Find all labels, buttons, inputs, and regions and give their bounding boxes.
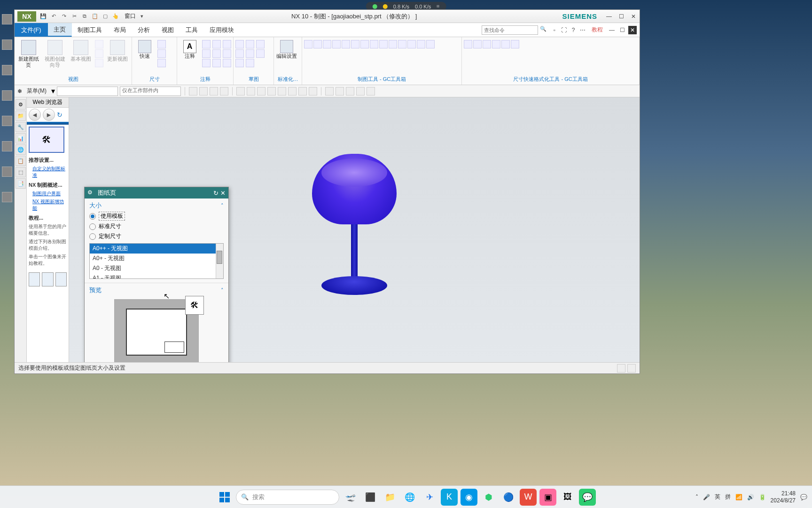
tb-icon[interactable] xyxy=(346,87,354,95)
template-item[interactable]: A0 - 无视图 xyxy=(90,263,223,273)
tab-tools[interactable]: 工具 xyxy=(180,23,204,37)
refresh-icon[interactable]: ↻ xyxy=(57,111,62,119)
small-btn[interactable] xyxy=(370,40,378,48)
filter-combo-1[interactable] xyxy=(57,87,118,96)
taskbar-app[interactable]: K xyxy=(441,489,458,506)
desktop-icon[interactable] xyxy=(1,40,13,58)
touch-icon[interactable]: 👆 xyxy=(111,12,120,21)
tb-icon[interactable] xyxy=(257,87,265,95)
resource-btn[interactable]: ⬚ xyxy=(16,167,26,177)
battery-icon[interactable]: 🔋 xyxy=(759,494,766,500)
desktop-icon[interactable] xyxy=(1,14,13,33)
props-icon[interactable]: ▢ xyxy=(101,12,109,21)
resource-btn[interactable]: 🔧 xyxy=(16,122,26,132)
new-sheet-button[interactable]: 新建图纸页 xyxy=(16,40,41,68)
ime-mode[interactable]: 拼 xyxy=(725,493,731,501)
tab-home[interactable]: 主页 xyxy=(48,23,72,37)
small-btn[interactable] xyxy=(464,40,472,48)
file-tab[interactable]: 文件(F) xyxy=(15,23,48,37)
small-btn[interactable] xyxy=(473,40,482,48)
small-btn[interactable] xyxy=(223,40,231,48)
tab-app-modules[interactable]: 应用模块 xyxy=(204,23,240,37)
small-btn[interactable] xyxy=(360,40,369,48)
tutorial-link[interactable]: 教程 xyxy=(592,26,603,34)
tb-icon[interactable] xyxy=(309,87,317,95)
taskbar-app[interactable]: W xyxy=(520,489,537,506)
resource-btn[interactable]: 📋 xyxy=(16,156,26,166)
small-btn[interactable] xyxy=(511,40,519,48)
close-icon[interactable]: ✕ xyxy=(220,190,226,197)
minimize-button[interactable]: — xyxy=(603,11,615,22)
template-item[interactable]: A1 - 无视图 xyxy=(90,273,223,279)
small-btn[interactable] xyxy=(235,49,244,58)
tutorial-thumb[interactable] xyxy=(29,272,40,286)
cut-icon[interactable]: ✂ xyxy=(70,12,78,21)
small-btn[interactable] xyxy=(223,49,231,58)
dropdown-icon[interactable]: ▾ xyxy=(138,12,146,21)
reset-icon[interactable]: ↻ xyxy=(213,190,219,197)
fullscreen-icon[interactable]: ⛶ xyxy=(560,26,568,34)
small-btn[interactable] xyxy=(157,49,166,58)
ribbon-opt-icon[interactable]: ▫ xyxy=(550,26,559,34)
small-btn[interactable] xyxy=(407,40,416,48)
tb-icon[interactable] xyxy=(247,87,255,95)
tb-icon[interactable] xyxy=(356,87,365,95)
tb-icon[interactable] xyxy=(325,87,334,95)
web-link[interactable]: 制图用户界面 xyxy=(32,190,67,197)
scrollbar[interactable] xyxy=(216,244,223,278)
rapid-dim-button[interactable]: 快速 xyxy=(134,40,156,59)
small-btn[interactable] xyxy=(202,40,211,48)
scrollbar-thumb[interactable] xyxy=(217,251,222,264)
desktop-icon[interactable] xyxy=(1,90,13,109)
radio-use-template[interactable]: 使用模板 xyxy=(89,212,224,221)
radio-custom-size[interactable]: 定制尺寸 xyxy=(89,232,224,240)
tab-view[interactable]: 视图 xyxy=(156,23,180,37)
taskbar-app[interactable]: ✈ xyxy=(421,489,438,506)
desktop-icon[interactable] xyxy=(1,116,13,135)
section-size-header[interactable]: 大小˄ xyxy=(89,201,224,210)
desktop-icon[interactable] xyxy=(1,65,13,84)
tutorial-thumb[interactable] xyxy=(42,272,53,286)
web-link[interactable]: 自定义的制图标准 xyxy=(32,166,67,179)
tb-icon[interactable] xyxy=(210,87,218,95)
search-icon[interactable]: 🔍 xyxy=(540,26,548,34)
volume-icon[interactable]: 🔊 xyxy=(747,494,754,500)
menu-button[interactable]: 菜单(M) xyxy=(24,87,49,95)
small-btn[interactable] xyxy=(398,40,406,48)
tb-icon[interactable] xyxy=(367,87,375,95)
small-btn[interactable] xyxy=(202,59,211,67)
small-btn[interactable] xyxy=(235,40,244,48)
small-btn[interactable] xyxy=(332,40,341,48)
doc-maximize-button[interactable]: ☐ xyxy=(618,26,626,34)
template-item[interactable]: A0+ - 无视图 xyxy=(90,254,223,263)
small-btn[interactable] xyxy=(351,40,359,48)
resource-btn[interactable]: 📁 xyxy=(16,111,26,121)
window-menu[interactable]: 窗口 xyxy=(125,12,136,20)
taskbar-app-explorer[interactable]: 📁 xyxy=(382,489,398,506)
small-btn[interactable] xyxy=(202,49,211,58)
taskbar-app[interactable]: 🛫 xyxy=(342,489,359,506)
small-btn[interactable] xyxy=(492,40,500,48)
resource-btn[interactable]: 🌐 xyxy=(16,144,26,155)
tab-layout[interactable]: 布局 xyxy=(108,23,132,37)
doc-close-button[interactable]: ✕ xyxy=(628,26,637,34)
more-icon[interactable]: ⋯ xyxy=(578,26,587,34)
small-btn[interactable] xyxy=(323,40,331,48)
tb-icon[interactable] xyxy=(336,87,344,95)
tb-icon[interactable] xyxy=(189,87,197,95)
small-btn[interactable] xyxy=(223,59,231,67)
small-btn[interactable] xyxy=(304,40,312,48)
paste-icon[interactable]: 📋 xyxy=(91,12,99,21)
resource-btn[interactable]: 📑 xyxy=(16,178,26,189)
template-list[interactable]: A0++ - 无视图 A0+ - 无视图 A0 - 无视图 A1 - 无视图 xyxy=(89,243,224,279)
small-btn[interactable] xyxy=(501,40,510,48)
small-btn[interactable] xyxy=(212,59,221,67)
small-btn[interactable] xyxy=(246,40,254,48)
small-btn[interactable] xyxy=(157,40,166,48)
ime-lang[interactable]: 英 xyxy=(715,493,720,501)
small-btn[interactable] xyxy=(212,49,221,58)
redo-icon[interactable]: ↷ xyxy=(60,12,68,21)
taskbar-app[interactable]: ▣ xyxy=(539,489,556,506)
taskbar-app[interactable]: 🔵 xyxy=(500,489,517,506)
filter-combo-2[interactable]: 仅在工作部件内 xyxy=(120,87,181,96)
